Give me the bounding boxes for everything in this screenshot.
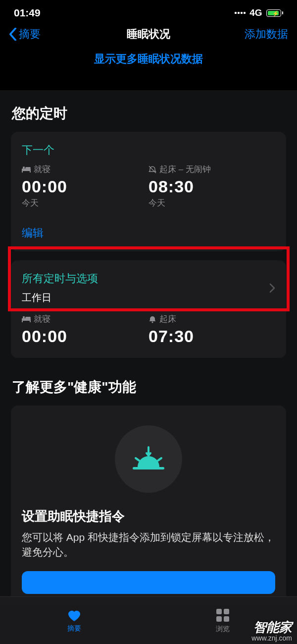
back-label: 摘要 [19,27,41,42]
wake-block: 起床 – 无闹钟 08:30 今天 [148,164,275,209]
watermark: 智能家 www.znj.com [251,620,292,642]
svg-rect-4 [25,167,31,169]
svg-rect-14 [216,609,222,614]
tab-summary-label: 摘要 [67,624,81,633]
svg-line-13 [158,458,161,461]
svg-rect-11 [133,467,164,469]
status-right: 4G ⚡ [235,7,283,18]
watermark-title: 智能家 [251,620,292,635]
bedtime-block: 就寝 00:00 今天 [22,164,148,209]
svg-rect-1 [22,171,23,173]
add-data-button[interactable]: 添加数据 [245,27,288,42]
bedtime-day: 今天 [22,197,148,209]
all-bed-label: 就寝 [34,313,50,325]
show-more-link[interactable]: 显示更多睡眠状况数据 [0,49,297,73]
edit-button[interactable]: 编辑 [22,226,275,240]
svg-rect-15 [224,609,229,614]
wake-day: 今天 [148,197,275,209]
tab-summary[interactable]: 摘要 [0,597,148,644]
network-label: 4G [249,7,262,18]
svg-point-10 [152,321,153,323]
tab-browse-label: 浏览 [216,625,230,634]
sunrise-icon [115,425,182,493]
status-time: 01:49 [14,7,41,19]
bed-icon [22,316,31,322]
svg-rect-0 [22,169,31,171]
watermark-url: www.znj.com [251,635,292,642]
feature-action-button[interactable] [22,571,275,594]
svg-rect-9 [25,317,31,318]
svg-rect-17 [224,616,229,622]
all-options-title: 所有定时与选项 [22,271,98,286]
schedule-section-title: 您的定时 [0,101,297,132]
svg-point-3 [23,167,25,169]
svg-rect-7 [30,321,31,322]
feature-card: 设置助眠快捷指令 您可以将 App 和快捷指令添加到锁定屏幕以专注放松，避免分心… [11,406,286,605]
battery-icon: ⚡ [266,9,284,17]
next-label: 下一个 [22,143,275,158]
bedtime-value: 00:00 [22,177,148,196]
back-button[interactable]: 摘要 [9,27,41,42]
bedtime-label: 就寝 [34,164,50,175]
next-schedule-card: 下一个 就寝 00:00 今天 起床 – 无闹钟 08:30 今天 编辑 [11,132,286,251]
feature-title: 设置助眠快捷指令 [22,508,275,525]
all-bed-value: 00:00 [22,327,148,346]
wake-value: 08:30 [148,177,275,196]
svg-rect-16 [216,616,222,622]
feature-description: 您可以将 App 和快捷指令添加到锁定屏幕以专注放松，避免分心。 [22,530,275,560]
grid-icon [215,608,230,623]
chevron-left-icon [9,28,17,41]
alarm-off-icon [148,166,156,174]
heart-icon [66,608,82,622]
learn-section-title: 了解更多"健康"功能 [0,367,297,406]
svg-rect-6 [22,321,23,322]
all-wake-label: 起床 [159,313,176,325]
svg-rect-2 [30,171,31,173]
chevron-right-icon [269,283,275,293]
page-title: 睡眠状况 [127,27,170,42]
wake-label: 起床 – 无闹钟 [159,164,211,175]
signal-icon [235,12,246,14]
all-options-card[interactable]: 所有定时与选项 工作日 就寝 00:00 起床 07:30 [11,260,286,358]
nav-bar: 摘要 睡眠状况 添加数据 [0,22,297,49]
all-wake-value: 07:30 [148,327,275,346]
svg-point-8 [23,316,25,318]
bed-icon [22,166,31,173]
bell-icon [148,315,156,323]
all-options-subtitle: 工作日 [22,291,98,304]
status-bar: 01:49 4G ⚡ [0,0,297,22]
svg-rect-5 [22,318,31,321]
svg-line-12 [136,458,139,461]
